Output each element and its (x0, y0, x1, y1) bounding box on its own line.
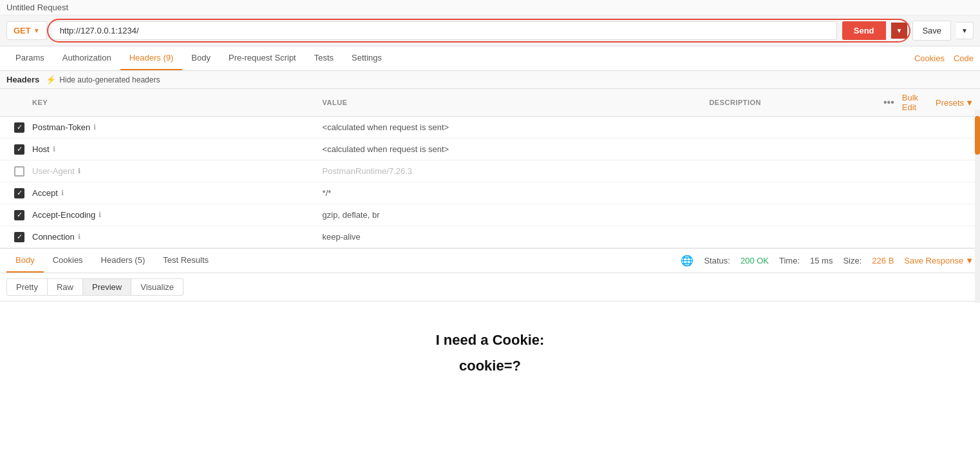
view-tab-raw[interactable]: Raw (48, 278, 83, 296)
row-checkbox[interactable] (6, 166, 32, 177)
scrollbar[interactable] (975, 110, 980, 303)
tab-tests[interactable]: Tests (305, 46, 343, 70)
top-right-links: Cookies Code (914, 53, 974, 63)
row-key: Accept-Encoding ℹ (32, 210, 323, 220)
presets-label: Presets (936, 98, 964, 108)
row-value: gzip, deflate, br (323, 210, 710, 220)
row-checkbox[interactable] (6, 122, 32, 133)
col-header-value: VALUE (323, 99, 710, 106)
presets-button[interactable]: Presets ▼ (936, 98, 974, 108)
size-label: Size: (843, 256, 862, 265)
window-title: Untitled Request (0, 0, 980, 15)
save-response-label: Save Response (904, 256, 963, 265)
method-selector[interactable]: GET ▼ (6, 21, 47, 40)
response-tab-body[interactable]: Body (6, 249, 44, 273)
tab-settings[interactable]: Settings (343, 46, 391, 70)
row-value: */* (323, 188, 710, 198)
tab-body[interactable]: Body (182, 46, 220, 70)
tab-params[interactable]: Params (6, 46, 53, 70)
view-tab-preview[interactable]: Preview (83, 278, 131, 296)
row-checkbox[interactable] (6, 144, 32, 155)
response-tab-test-results[interactable]: Test Results (154, 249, 218, 273)
checkbox-input[interactable] (14, 122, 24, 133)
row-key: Accept ℹ (32, 188, 323, 198)
row-checkbox[interactable] (6, 232, 32, 242)
headers-label: Headers (6, 75, 39, 84)
row-key: Connection ℹ (32, 232, 323, 242)
request-tabs-bar: Params Authorization Headers (9) Body Pr… (0, 46, 980, 71)
method-chevron-icon: ▼ (33, 27, 40, 34)
response-line1: I need a Cookie: (13, 327, 967, 353)
table-row: User-Agent ℹPostmanRuntime/7.26.3 (0, 160, 980, 182)
tab-pre-request-script[interactable]: Pre-request Script (220, 46, 305, 70)
time-value: 15 ms (810, 256, 833, 265)
checkbox-input[interactable] (14, 232, 24, 242)
response-line2: cookie=? (13, 353, 967, 379)
code-link[interactable]: Code (954, 53, 974, 63)
table-row: Postman-Token ℹ<calculated when request … (0, 117, 980, 139)
row-checkbox[interactable] (6, 188, 32, 198)
send-dropdown-button[interactable]: ▼ (891, 23, 908, 39)
row-value: <calculated when request is sent> (323, 122, 710, 132)
info-icon[interactable]: ℹ (53, 145, 55, 153)
request-bar: GET ▼ Send ▼ Save ▼ (0, 15, 980, 46)
save-response-button[interactable]: Save Response ▼ (904, 256, 974, 265)
bulk-edit-button[interactable]: Bulk Edit (902, 93, 928, 112)
col-header-description: DESCRIPTION (709, 99, 883, 106)
hide-auto-generated-toggle[interactable]: ⚡ Hide auto-generated headers (46, 75, 160, 84)
checkbox-input[interactable] (14, 188, 24, 198)
globe-icon[interactable]: 🌐 (681, 255, 693, 267)
headers-sub-header: Headers ⚡ Hide auto-generated headers (0, 71, 980, 89)
status-label: Status: (704, 256, 730, 265)
save-button[interactable]: Save (912, 21, 951, 41)
view-tabs-bar: Pretty Raw Preview Visualize (0, 273, 980, 302)
headers-count-badge: (9) (163, 53, 173, 63)
tab-authorization[interactable]: Authorization (53, 46, 120, 70)
method-label: GET (14, 26, 31, 35)
row-key: Host ℹ (32, 144, 323, 154)
response-tabs-bar: Body Cookies Headers (5) Test Results 🌐 … (0, 249, 980, 273)
response-tab-headers[interactable]: Headers (5) (92, 249, 155, 273)
row-value: keep-alive (323, 232, 710, 242)
status-value: 200 OK (740, 256, 769, 265)
col-header-actions: ••• Bulk Edit Presets ▼ (883, 93, 974, 112)
url-container (52, 21, 837, 40)
row-value: PostmanRuntime/7.26.3 (323, 166, 710, 176)
presets-chevron-icon: ▼ (965, 98, 974, 108)
url-input[interactable] (52, 21, 837, 40)
response-tab-cookies[interactable]: Cookies (44, 249, 92, 273)
info-icon[interactable]: ℹ (78, 233, 80, 241)
checkbox-input[interactable] (14, 166, 24, 177)
time-label: Time: (779, 256, 800, 265)
hide-auto-icon: ⚡ (46, 75, 56, 84)
save-dropdown-button[interactable]: ▼ (956, 22, 974, 39)
row-value: <calculated when request is sent> (323, 144, 710, 154)
headers-rows: Postman-Token ℹ<calculated when request … (0, 117, 980, 248)
more-options-icon[interactable]: ••• (883, 97, 894, 108)
view-tab-visualize[interactable]: Visualize (131, 278, 184, 296)
info-icon[interactable]: ℹ (93, 123, 96, 131)
send-button[interactable]: Send (842, 21, 886, 40)
info-icon[interactable]: ℹ (78, 167, 80, 175)
row-checkbox[interactable] (6, 210, 32, 220)
checkbox-input[interactable] (14, 210, 24, 220)
row-key: User-Agent ℹ (32, 166, 323, 176)
save-response-chevron-icon: ▼ (965, 256, 974, 265)
table-row: Accept ℹ*/* (0, 182, 980, 204)
tab-headers[interactable]: Headers (9) (120, 46, 183, 70)
col-header-key: KEY (32, 99, 323, 106)
view-tab-pretty[interactable]: Pretty (6, 278, 48, 296)
info-icon[interactable]: ℹ (61, 189, 64, 197)
cookies-link[interactable]: Cookies (914, 53, 945, 63)
table-row: Accept-Encoding ℹgzip, deflate, br (0, 204, 980, 226)
scroll-thumb (975, 116, 980, 155)
info-icon[interactable]: ℹ (99, 211, 101, 219)
table-row: Connection ℹkeep-alive (0, 226, 980, 248)
row-key: Postman-Token ℹ (32, 122, 323, 132)
response-status-bar: 🌐 Status: 200 OK Time: 15 ms Size: 226 B… (681, 255, 974, 267)
table-row: Host ℹ<calculated when request is sent> (0, 139, 980, 160)
checkbox-input[interactable] (14, 144, 24, 155)
size-value: 226 B (872, 256, 894, 265)
headers-table-header: KEY VALUE DESCRIPTION ••• Bulk Edit Pres… (0, 89, 980, 117)
hide-auto-label: Hide auto-generated headers (59, 75, 160, 84)
